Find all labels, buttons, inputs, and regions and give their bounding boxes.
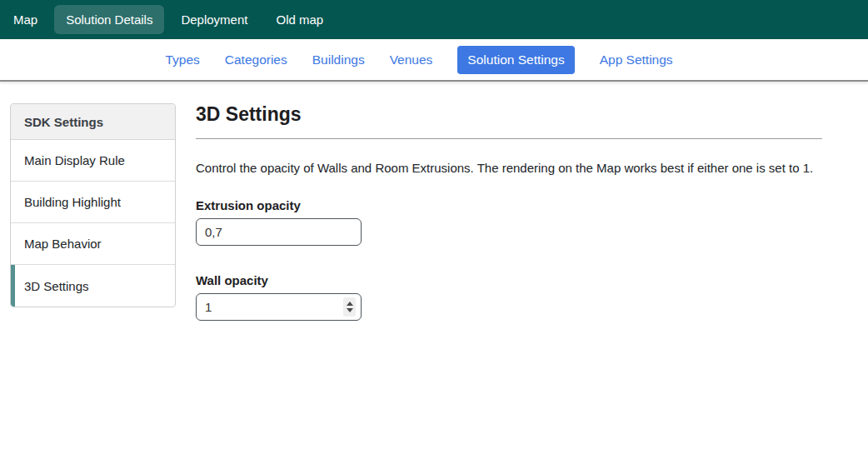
top-nav-item-old-map[interactable]: Old map (264, 5, 335, 34)
subnav-item-categories[interactable]: Categories (225, 52, 287, 67)
secondary-navigation-row: Types Categories Buildings Venues Soluti… (165, 46, 672, 74)
stepper-up-icon[interactable] (347, 302, 353, 306)
subnav-item-types[interactable]: Types (165, 52, 199, 67)
page-title: 3D Settings (196, 103, 822, 126)
extrusion-opacity-input[interactable] (196, 218, 362, 246)
sidebar-item-3d-settings[interactable]: 3D Settings (11, 265, 175, 307)
settings-sidebar: SDK Settings Main Display Rule Building … (10, 103, 176, 307)
number-stepper[interactable] (343, 297, 356, 317)
wall-opacity-label: Wall opacity (196, 273, 822, 287)
stepper-down-icon[interactable] (347, 308, 353, 312)
content-area: SDK Settings Main Display Rule Building … (0, 82, 868, 321)
main-panel: 3D Settings Control the opacity of Walls… (196, 103, 822, 321)
wall-opacity-input[interactable] (205, 300, 322, 314)
subnav-item-venues[interactable]: Venues (390, 52, 433, 67)
section-description: Control the opacity of Walls and Room Ex… (196, 159, 822, 177)
wall-opacity-input-wrapper (196, 293, 362, 321)
sidebar-item-map-behavior[interactable]: Map Behavior (11, 223, 175, 265)
wall-opacity-field: Wall opacity (196, 273, 822, 321)
top-nav-item-solution-details[interactable]: Solution Details (54, 5, 164, 34)
top-nav-item-deployment[interactable]: Deployment (169, 5, 259, 34)
title-divider (196, 138, 822, 139)
sidebar-item-main-display-rule[interactable]: Main Display Rule (11, 140, 175, 182)
extrusion-opacity-label: Extrusion opacity (196, 198, 822, 212)
top-nav-item-map[interactable]: Map (2, 5, 49, 34)
sidebar-item-building-highlight[interactable]: Building Highlight (11, 182, 175, 223)
top-navigation: Map Solution Details Deployment Old map (0, 0, 868, 39)
subnav-item-app-settings[interactable]: App Settings (600, 52, 673, 67)
extrusion-opacity-field: Extrusion opacity (196, 198, 822, 246)
subnav-item-buildings[interactable]: Buildings (312, 52, 365, 67)
sidebar-header: SDK Settings (11, 104, 175, 140)
secondary-navigation: Types Categories Buildings Venues Soluti… (0, 39, 868, 82)
subnav-item-solution-settings[interactable]: Solution Settings (457, 46, 574, 74)
